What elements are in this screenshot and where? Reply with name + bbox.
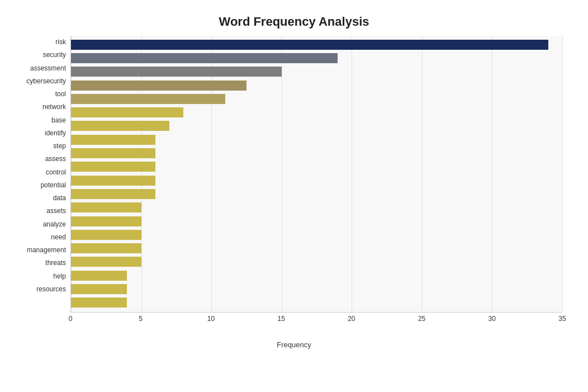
bar [71, 107, 183, 117]
plot-area: risksecurityassessmentcybersecuritytooln… [70, 36, 562, 313]
y-label: assets [4, 205, 66, 218]
y-label: threats [4, 257, 66, 270]
bar [71, 81, 246, 91]
y-label: resources [4, 282, 66, 295]
y-label: identify [4, 126, 66, 139]
x-tick-label: 10 [207, 315, 215, 323]
bar-row [71, 256, 562, 268]
bars-container [71, 36, 562, 312]
bar [71, 271, 127, 281]
y-label: risk [4, 36, 66, 49]
y-label: control [4, 166, 66, 178]
grid-line [562, 36, 563, 312]
bar-row [71, 160, 562, 173]
x-tick-label: 15 [277, 315, 284, 323]
chart-area: risksecurityassessmentcybersecuritytooln… [70, 36, 562, 349]
bar [71, 257, 141, 267]
y-label: need [4, 230, 66, 243]
bar [71, 243, 141, 253]
bar [71, 162, 155, 172]
x-tick-label: 30 [489, 315, 496, 323]
bar [71, 297, 127, 308]
bar-row [71, 215, 562, 228]
y-label: step [4, 140, 66, 153]
bar-row [71, 134, 562, 146]
bar [71, 189, 155, 199]
x-tick-label: 25 [418, 315, 425, 323]
y-label: potential [4, 178, 66, 191]
bar-row [71, 174, 562, 187]
bar-row [71, 65, 562, 78]
x-tick-label: 0 [69, 315, 73, 323]
bar-row [71, 188, 562, 200]
y-label: assess [4, 153, 66, 166]
y-label: cybersecurity [4, 74, 66, 87]
x-axis-labels: 05101520253035 [70, 313, 562, 329]
y-label: help [4, 270, 66, 282]
bar-row [71, 120, 562, 132]
bar [71, 67, 282, 77]
bar [71, 135, 155, 145]
bar-row [71, 106, 562, 119]
chart-container: Word Frequency Analysis risksecurityasse… [3, 3, 585, 389]
bars-and-grid [70, 36, 562, 313]
bar [71, 284, 127, 294]
bar [71, 216, 141, 226]
bar [71, 121, 169, 131]
bar-row [71, 147, 562, 159]
bar-row [71, 229, 562, 241]
y-label: network [4, 101, 66, 114]
bar [71, 94, 225, 104]
y-label: tool [4, 88, 66, 101]
bar [71, 53, 338, 63]
y-label: management [4, 244, 66, 257]
y-label: analyze [4, 218, 66, 230]
bar-row [71, 52, 562, 64]
bar-row [71, 296, 562, 309]
bar-row [71, 283, 562, 295]
y-label: security [4, 49, 66, 62]
bar-row [71, 79, 562, 92]
chart-title: Word Frequency Analysis [26, 15, 562, 29]
bar [71, 176, 155, 186]
x-tick-label: 20 [348, 315, 355, 323]
y-label: data [4, 192, 66, 205]
bar-row [71, 39, 562, 51]
x-axis-container: 05101520253035 [70, 313, 562, 329]
bar-row [71, 242, 562, 254]
x-axis-title: Frequency [26, 341, 562, 349]
y-label: base [4, 114, 66, 126]
x-tick-label: 5 [139, 315, 143, 323]
bar [71, 148, 155, 158]
y-label: assessment [4, 62, 66, 74]
bar [71, 40, 548, 50]
bar-row [71, 201, 562, 214]
x-tick-label: 35 [558, 315, 566, 323]
bar-row [71, 93, 562, 105]
bar-row [71, 270, 562, 282]
bar [71, 230, 141, 240]
bar [71, 202, 141, 212]
